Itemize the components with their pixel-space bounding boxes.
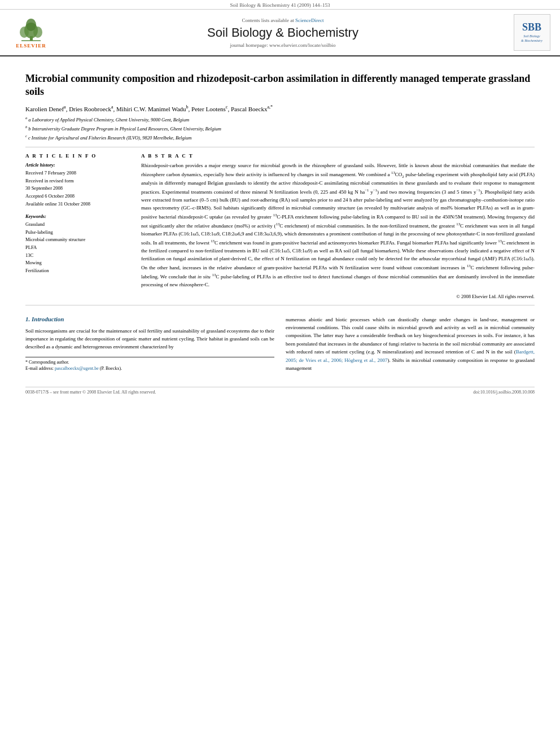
intro-section-title: 1. Introduction: [25, 316, 274, 322]
intro-left-text: Soil microorganisms are crucial for the …: [25, 327, 274, 351]
affiliation-c: c c Institute for Agricultural and Fishe…: [25, 133, 535, 142]
divider-1: [25, 147, 535, 147]
journal-logo-box: SBB Soil Biology& Biochemistry: [514, 14, 550, 51]
elsevier-logo-area: ELSEVIER: [6, 14, 56, 51]
footnote-corresponding: * Corresponding author.: [25, 360, 274, 365]
footnote-email: E-mail address: pascalboeckx@ugent.be (P…: [25, 366, 274, 371]
paper-content: Microbial community composition and rhiz…: [0, 56, 560, 406]
abstract-heading: A B S T R A C T: [141, 153, 535, 159]
journal-title: Soil Biology & Biochemistry: [207, 25, 358, 40]
ref-bardgett[interactable]: Bardgett, 2005; de Vries et al., 2006; H…: [286, 349, 535, 362]
bottom-bar: 0038-0717/$ – see front matter © 2008 El…: [25, 387, 535, 395]
kw-fertilization: Fertilization: [25, 267, 130, 275]
authors: Karolien Denefa, Dries Roobroecka, Mihir…: [25, 104, 535, 112]
journal-header: ELSEVIER Contents lists available at Sci…: [0, 10, 560, 56]
journal-title-area: Contents lists available at ScienceDirec…: [56, 14, 509, 51]
kw-plfa: PLFA: [25, 244, 130, 252]
kw-mowing: Mowing: [25, 259, 130, 267]
body-right-col: numerous abiotic and biotic processes wh…: [286, 316, 535, 376]
article-history-block: Article history: Received 7 February 200…: [25, 162, 130, 208]
journal-logo-area: SBB Soil Biology& Biochemistry: [509, 14, 554, 51]
intro-right-text: numerous abiotic and biotic processes wh…: [286, 316, 535, 373]
kw-microbial: Microbial community structure: [25, 236, 130, 244]
date-revised-label: Received in revised form: [25, 177, 130, 185]
kw-grassland: Grassland: [25, 221, 130, 229]
copyright-line: © 2008 Elsevier Ltd. All rights reserved…: [141, 294, 535, 299]
journal-homepage: journal homepage: www.elsevier.com/locat…: [230, 42, 336, 48]
doi-text: doi:10.1016/j.soilbio.2008.10.008: [473, 390, 535, 395]
date-online: Available online 31 October 2008: [25, 200, 130, 208]
svg-point-4: [26, 19, 36, 31]
date-accepted: Accepted 6 October 2008: [25, 193, 130, 200]
introduction-section: 1. Introduction Soil microorganisms are …: [25, 316, 535, 376]
date-revised: 30 September 2008: [25, 185, 130, 193]
journal-reference: Soil Biology & Biochemistry 41 (2009) 14…: [0, 0, 560, 10]
abstract-column: A B S T R A C T Rhizodeposit-carbon prov…: [141, 153, 535, 299]
sciencedirect-anchor[interactable]: ScienceDirect: [295, 18, 323, 23]
divider-2: [25, 305, 535, 305]
date-received: Received 7 February 2008: [25, 169, 130, 177]
body-left-col: 1. Introduction Soil microorganisms are …: [25, 316, 274, 376]
logo-letters: SBB: [522, 21, 541, 33]
article-dates: Received 7 February 2008 Received in rev…: [25, 169, 130, 208]
article-info-column: A R T I C L E I N F O Article history: R…: [25, 153, 130, 299]
kw-13c: 13C: [25, 252, 130, 260]
keywords-label: Keywords:: [25, 213, 130, 219]
logo-subtitle: Soil Biology& Biochemistry: [521, 34, 542, 43]
kw-pulse-labeling: Pulse-labeling: [25, 229, 130, 237]
article-info-heading: A R T I C L E I N F O: [25, 153, 130, 159]
affiliation-a: a a Laboratory of Applied Physical Chemi…: [25, 115, 535, 124]
abstract-text: Rhizodeposit-carbon provides a major ene…: [141, 162, 535, 289]
article-info-abstract: A R T I C L E I N F O Article history: R…: [25, 153, 535, 299]
elsevier-text: ELSEVIER: [16, 43, 46, 49]
affiliation-b: b b Interuniversity Graduate Degree Prog…: [25, 124, 535, 133]
paper-title: Microbial community composition and rhiz…: [25, 72, 535, 99]
body-two-col: 1. Introduction Soil microorganisms are …: [25, 316, 535, 376]
issn-text: 0038-0717/$ – see front matter © 2008 El…: [25, 390, 156, 395]
affiliations: a a Laboratory of Applied Physical Chemi…: [25, 115, 535, 141]
article-history-label: Article history:: [25, 162, 130, 168]
keywords-block: Keywords: Grassland Pulse-labeling Micro…: [25, 213, 130, 274]
email-link[interactable]: pascalboeckx@ugent.be: [55, 366, 99, 371]
sciencedirect-link[interactable]: Contents lists available at ScienceDirec…: [242, 18, 324, 23]
footnote-area: * Corresponding author. E-mail address: …: [25, 357, 274, 371]
elsevier-tree-icon: [16, 16, 47, 42]
